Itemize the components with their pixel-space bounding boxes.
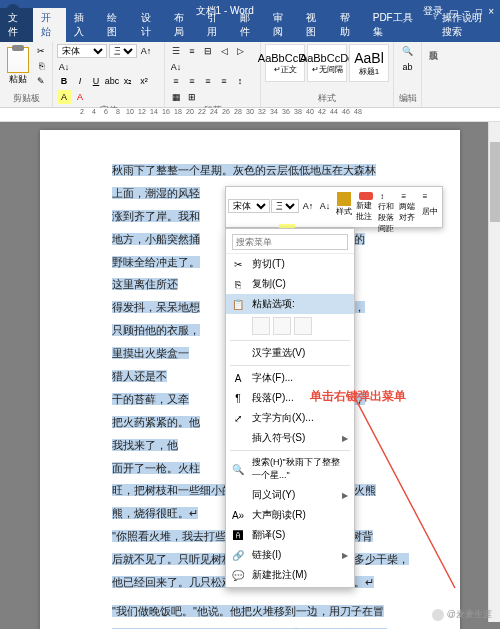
- ctx-reconvert[interactable]: 汉字重选(V): [226, 343, 354, 363]
- font-size-select[interactable]: 三号: [109, 44, 137, 58]
- ctx-font[interactable]: A字体(F)...: [226, 368, 354, 388]
- ctx-synonym[interactable]: 同义词(Y)▶: [226, 485, 354, 505]
- para: 热气的地上挖了个洞。我把松鸡拔了毛，掏了内脏。猎人: [90, 624, 410, 629]
- mt-center[interactable]: ≡居中: [420, 189, 440, 223]
- find-button[interactable]: 🔍: [401, 44, 415, 58]
- ctx-paste-icons: [226, 314, 354, 338]
- align-right-button[interactable]: ≡: [201, 74, 215, 88]
- justify-button[interactable]: ≡: [217, 74, 231, 88]
- tab-layout[interactable]: 布局: [166, 8, 199, 42]
- ctx-search-input[interactable]: [232, 234, 348, 250]
- paste-text-only-icon[interactable]: [294, 317, 312, 335]
- ctx-search-text[interactable]: 🔍搜索(H)"秋雨下了整整一个星...": [226, 453, 354, 485]
- paste-icon: 📋: [231, 297, 245, 311]
- mt-font-select[interactable]: 宋体: [228, 199, 270, 213]
- strike-button[interactable]: abc: [105, 74, 119, 88]
- styles-label: 样式: [265, 92, 389, 105]
- paste-button[interactable]: 粘贴: [4, 47, 32, 86]
- translate-icon: 🅰: [231, 528, 245, 542]
- italic-button[interactable]: I: [73, 74, 87, 88]
- tab-draw[interactable]: 绘图: [99, 8, 132, 42]
- separator: [230, 450, 350, 451]
- underline-button[interactable]: U: [89, 74, 103, 88]
- ctx-cut[interactable]: ✂剪切(T): [226, 254, 354, 274]
- tab-mailings[interactable]: 邮件: [232, 8, 265, 42]
- group-editing: 🔍 ab 编辑: [394, 42, 422, 107]
- align-center-button[interactable]: ≡: [185, 74, 199, 88]
- ctx-insert-symbol[interactable]: 插入符号(S)▶: [226, 428, 354, 448]
- ctx-paste-options[interactable]: 📋粘贴选项:: [226, 294, 354, 314]
- chevron-right-icon: ▶: [342, 434, 348, 443]
- copy-button[interactable]: ⎘: [34, 59, 48, 73]
- paste-keep-formatting-icon[interactable]: [252, 317, 270, 335]
- style-heading1[interactable]: AaBl标题1: [349, 44, 389, 82]
- font-name-select[interactable]: 宋体: [57, 44, 107, 58]
- mt-shrink-font[interactable]: A↓: [317, 198, 333, 214]
- ctx-read-aloud[interactable]: A»大声朗读(R): [226, 505, 354, 525]
- para: "我们做晚饭吧。"他说。他把火堆移到一边，用刀子在冒: [90, 601, 410, 622]
- style-nospace[interactable]: AaBbCcDd↵无间隔: [307, 44, 347, 82]
- shrink-font-button[interactable]: A↓: [57, 60, 71, 74]
- multilevel-button[interactable]: ⊟: [201, 44, 215, 58]
- group-font: 宋体 三号 A↑ A↓ B I U abc x₂ x² A A 字体: [53, 42, 165, 107]
- grow-font-button[interactable]: A↑: [139, 44, 153, 58]
- tell-me[interactable]: ♀操作说明搜索: [424, 8, 500, 42]
- replace-button[interactable]: ab: [401, 60, 415, 74]
- separator: [230, 365, 350, 366]
- shading-button[interactable]: ▦: [169, 90, 183, 104]
- tab-home[interactable]: 开始: [33, 8, 66, 42]
- mt-justify[interactable]: ≡两端对齐: [398, 189, 418, 223]
- editing-label: 编辑: [398, 92, 417, 105]
- mt-size-select[interactable]: 三号: [271, 199, 299, 213]
- sort-button[interactable]: A↓: [169, 60, 183, 74]
- mt-comment[interactable]: 新建批注: [355, 189, 375, 223]
- numbering-button[interactable]: ≡: [185, 44, 199, 58]
- vertical-scrollbar[interactable]: [488, 122, 500, 622]
- tab-references[interactable]: 引用: [199, 8, 232, 42]
- direction-icon: ⤢: [231, 411, 245, 425]
- tab-design[interactable]: 设计: [133, 8, 166, 42]
- decrease-indent-button[interactable]: ◁: [217, 44, 231, 58]
- para: 秋雨下了整整一个星期。灰色的云层低低地压在大森林: [90, 160, 410, 181]
- group-styles: AaBbCcDd↵正文 AaBbCcDd↵无间隔 AaBl标题1 样式: [261, 42, 394, 107]
- search-icon: 🔍: [231, 462, 245, 476]
- tab-insert[interactable]: 插入: [66, 8, 99, 42]
- ctx-translate[interactable]: 🅰翻译(S): [226, 525, 354, 545]
- highlight-button[interactable]: A: [57, 90, 71, 104]
- ctx-text-direction[interactable]: ⤢文字方向(X)...: [226, 408, 354, 428]
- tab-file[interactable]: 文件: [0, 8, 33, 42]
- separator: [230, 340, 350, 341]
- mt-spacing[interactable]: ↕行和段落间距: [377, 189, 397, 223]
- scrollbar-thumb[interactable]: [490, 142, 500, 222]
- tab-view[interactable]: 视图: [298, 8, 331, 42]
- ctx-link[interactable]: 🔗链接(I)▶: [226, 545, 354, 565]
- tab-review[interactable]: 审阅: [265, 8, 298, 42]
- align-left-button[interactable]: ≡: [169, 74, 183, 88]
- ctx-paragraph[interactable]: ¶段落(P)...: [226, 388, 354, 408]
- mt-styles[interactable]: 样式: [334, 189, 354, 223]
- ctx-new-comment[interactable]: 💬新建批注(M): [226, 565, 354, 585]
- bullets-button[interactable]: ☰: [169, 44, 183, 58]
- bold-button[interactable]: B: [57, 74, 71, 88]
- sup-button[interactable]: x²: [137, 74, 151, 88]
- ribbon-tabs: 文件 开始 插入 绘图 设计 布局 引用 邮件 审阅 视图 帮助 PDF工具集 …: [0, 22, 500, 42]
- cut-button[interactable]: ✂: [34, 44, 48, 58]
- paragraph-icon: ¶: [231, 391, 245, 405]
- font-color-button[interactable]: A: [73, 90, 87, 104]
- borders-button[interactable]: ⊞: [185, 90, 199, 104]
- increase-indent-button[interactable]: ▷: [233, 44, 247, 58]
- ctx-copy[interactable]: ⎘复制(C): [226, 274, 354, 294]
- ruler[interactable]: 2468101214161820222426283032343638404244…: [0, 108, 500, 122]
- paste-merge-icon[interactable]: [273, 317, 291, 335]
- mt-grow-font[interactable]: A↑: [300, 198, 316, 214]
- format-painter-button[interactable]: ✎: [34, 74, 48, 88]
- avatar-icon: [432, 609, 444, 621]
- line-spacing-button[interactable]: ↕: [233, 74, 247, 88]
- chevron-right-icon: ▶: [342, 551, 348, 560]
- lightbulb-icon: ♀: [432, 11, 440, 39]
- comment-icon: 💬: [231, 568, 245, 582]
- scissors-icon: ✂: [231, 257, 245, 271]
- tab-pdf[interactable]: PDF工具集: [365, 8, 424, 42]
- sub-button[interactable]: x₂: [121, 74, 135, 88]
- tab-help[interactable]: 帮助: [332, 8, 365, 42]
